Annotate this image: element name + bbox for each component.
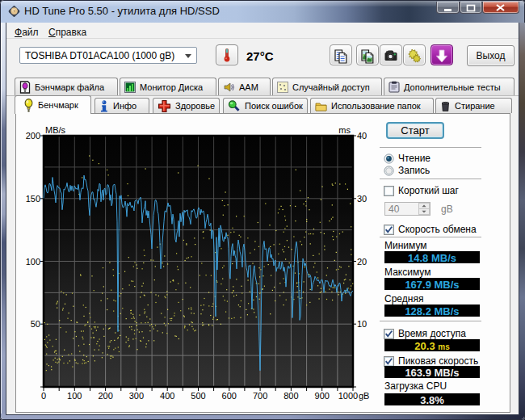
svg-text:1000: 1000 — [338, 391, 358, 401]
svg-text:40: 40 — [357, 131, 367, 141]
svg-text:50: 50 — [31, 319, 40, 329]
svg-text:gB: gB — [359, 391, 369, 401]
svg-text:ms: ms — [338, 125, 351, 135]
svg-text:800: 800 — [284, 391, 298, 401]
svg-text:700: 700 — [253, 391, 267, 401]
svg-text:900: 900 — [315, 391, 330, 401]
svg-text:150: 150 — [26, 194, 40, 204]
svg-text:30: 30 — [357, 194, 367, 204]
svg-text:MB/s: MB/s — [45, 125, 66, 135]
svg-text:0: 0 — [41, 391, 46, 401]
svg-text:20: 20 — [357, 257, 367, 267]
svg-text:300: 300 — [129, 391, 144, 401]
svg-text:10: 10 — [357, 319, 367, 329]
svg-text:600: 600 — [222, 391, 237, 401]
svg-text:500: 500 — [191, 391, 205, 401]
svg-text:200: 200 — [26, 131, 40, 141]
svg-text:100: 100 — [67, 391, 82, 401]
svg-text:200: 200 — [98, 391, 112, 401]
svg-text:100: 100 — [26, 257, 40, 267]
svg-text:400: 400 — [160, 391, 174, 401]
